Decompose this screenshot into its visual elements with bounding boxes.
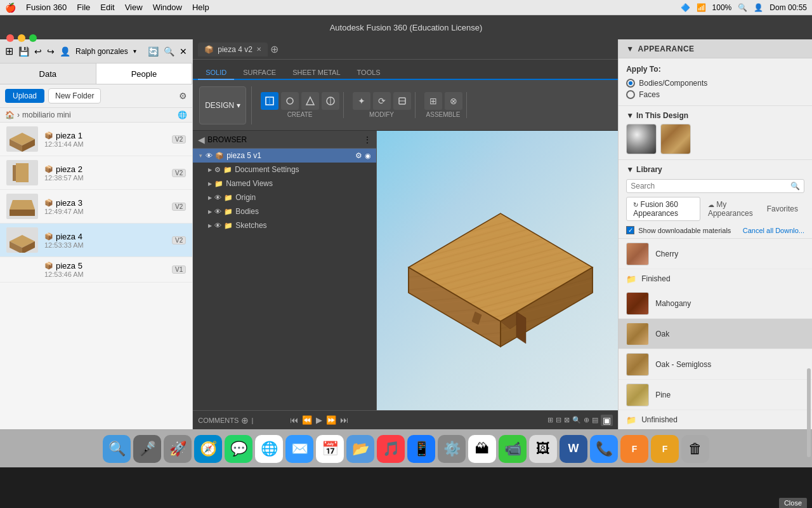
play-button[interactable]: ▶ <box>316 415 322 425</box>
dock-chrome[interactable]: 🌐 <box>255 435 283 463</box>
globe-icon[interactable]: 🌐 <box>178 110 187 119</box>
expand-icon[interactable]: ▶ <box>208 195 212 201</box>
dock-siri[interactable]: 🎤 <box>133 435 161 463</box>
expand-icon[interactable]: ▶ <box>208 181 212 187</box>
timeline-tool-3[interactable]: ⊠ <box>564 415 570 426</box>
settings-icon[interactable]: ⚙ <box>179 91 187 101</box>
expand-icon[interactable]: ▶ <box>208 209 212 215</box>
list-item[interactable]: 📦 pieza 1 12:31:44 AM V2 <box>0 123 192 156</box>
version-badge[interactable]: V2 <box>172 169 186 177</box>
browser-menu-icon[interactable]: ⋮ <box>363 135 371 144</box>
timeline-tool-5[interactable]: ⊕ <box>584 415 589 426</box>
dock-trash[interactable]: 🗑 <box>681 435 709 463</box>
new-tab-icon[interactable]: ⊕ <box>270 43 278 55</box>
browser-item-namedviews[interactable]: ▶ 📁 Named Views <box>193 177 376 190</box>
assemble-icon-1[interactable]: ⊞ <box>424 92 442 110</box>
design-dropdown[interactable]: DESIGN ▾ <box>199 86 246 124</box>
version-badge[interactable]: V2 <box>172 135 186 144</box>
lib-tab-favorites[interactable]: Favorites <box>761 202 804 216</box>
dock-appstore[interactable]: 📱 <box>407 435 435 463</box>
refresh-icon[interactable]: 🔄 <box>148 46 159 57</box>
browser-item-docsettings[interactable]: ▶ ⚙ 📁 Document Settings <box>193 163 376 177</box>
version-badge[interactable]: V2 <box>172 203 186 211</box>
dock-fusion2[interactable]: F <box>651 435 679 463</box>
library-collapse-icon[interactable]: ▼ <box>626 165 634 174</box>
dock-whatsapp[interactable]: 💬 <box>225 435 252 463</box>
new-folder-button[interactable]: New Folder <box>48 88 101 104</box>
create-icon-3[interactable] <box>301 92 319 110</box>
tab-people[interactable]: People <box>96 64 193 84</box>
dock-zoom[interactable]: 📞 <box>590 435 618 463</box>
browser-item-sketches[interactable]: ▶ 👁 📁 Sketches <box>193 218 376 232</box>
tab-data[interactable]: Data <box>0 64 96 84</box>
browser-item-origin[interactable]: ▶ 👁 📁 Origin <box>193 190 376 204</box>
modify-icon-2[interactable]: ⟳ <box>373 92 391 110</box>
radio-faces-circle[interactable] <box>626 90 635 99</box>
version-badge[interactable]: V2 <box>172 236 186 244</box>
eye-icon[interactable]: 👁 <box>206 152 213 159</box>
folder-row[interactable]: 📁 Finished <box>619 269 812 288</box>
play-end-button[interactable]: ⏭ <box>340 415 348 425</box>
collapse-icon[interactable]: ◀ <box>198 135 205 145</box>
tab-solid[interactable]: SOLID <box>198 66 234 80</box>
modify-icon-1[interactable]: ✦ <box>353 92 370 110</box>
dock-photos[interactable]: 🏔 <box>468 435 496 463</box>
play-forward-button[interactable]: ⏩ <box>326 415 336 425</box>
list-item[interactable]: 📦 pieza 4 12:53:33 AM V2 <box>0 224 192 257</box>
scrollbar-thumb[interactable] <box>807 368 811 429</box>
search-input[interactable] <box>631 182 788 190</box>
menu-edit[interactable]: Edit <box>100 3 114 12</box>
folder-row[interactable]: 📁 Unfinished <box>619 410 812 429</box>
radio-bodies[interactable]: Bodies/Components <box>626 79 804 88</box>
cancel-download-button[interactable]: Cancel all Downlo... <box>743 227 804 234</box>
timeline-tool-2[interactable]: ⊟ <box>556 415 561 426</box>
lib-tab-fusion[interactable]: ↻ Fusion 360 Appearances <box>626 197 700 221</box>
collapse-icon[interactable]: | <box>251 417 253 424</box>
create-icon-2[interactable] <box>281 92 299 110</box>
menu-help[interactable]: Help <box>192 3 209 12</box>
list-item[interactable]: 📦 pieza 2 12:38:57 AM V2 <box>0 156 192 190</box>
undo-icon[interactable]: ↩ <box>34 46 42 57</box>
menu-window[interactable]: Window <box>153 3 182 12</box>
collapse-icon[interactable]: ▼ <box>626 111 634 120</box>
tab-sheet-metal[interactable]: SHEET METAL <box>285 66 348 79</box>
breadcrumb-label[interactable]: mobiliario mini <box>22 110 71 119</box>
save-icon[interactable]: 💾 <box>18 46 29 57</box>
dock-fusion[interactable]: F <box>620 435 648 463</box>
menu-fusion360[interactable]: Fusion 360 <box>26 3 67 12</box>
dock-word[interactable]: W <box>560 435 587 463</box>
dock-finder[interactable]: 🔍 <box>103 435 131 463</box>
expand-icon[interactable]: ▼ <box>198 153 203 159</box>
redo-icon[interactable]: ↪ <box>47 46 55 57</box>
dock-files[interactable]: 📂 <box>346 435 374 463</box>
expand-icon[interactable]: ▶ <box>208 167 212 173</box>
show-downloadable-checkbox[interactable]: ✓ <box>626 226 634 234</box>
dock-safari[interactable]: 🧭 <box>194 435 222 463</box>
eye-icon[interactable]: 👁 <box>214 194 221 201</box>
play-back-button[interactable]: ⏪ <box>302 415 312 425</box>
list-item[interactable]: Oak <box>619 319 812 349</box>
close-icon[interactable]: ✕ <box>180 46 187 57</box>
eye-icon[interactable]: 👁 <box>214 208 221 215</box>
close-button[interactable] <box>6 34 14 42</box>
list-item[interactable]: 📦 pieza 5 12:53:46 AM V1 <box>0 257 192 283</box>
create-icon-1[interactable] <box>261 92 278 110</box>
version-badge[interactable]: V1 <box>172 265 186 274</box>
radio-faces[interactable]: Faces <box>626 90 804 99</box>
expand-icon[interactable]: ▶ <box>208 223 212 229</box>
search-icon[interactable]: 🔍 <box>790 182 800 190</box>
viewport[interactable] <box>377 131 618 410</box>
play-begin-button[interactable]: ⏮ <box>290 415 298 425</box>
bullet-icon[interactable]: ◉ <box>365 152 371 160</box>
home-icon[interactable]: 🏠 <box>5 110 15 119</box>
list-item[interactable]: Cherry <box>619 239 812 269</box>
upload-button[interactable]: Upload <box>5 89 44 103</box>
browser-item-pieza5[interactable]: ▼ 👁 📦 pieza 5 v1 ⚙ ◉ <box>193 149 376 163</box>
tab-close-icon[interactable]: ✕ <box>256 46 261 53</box>
eye-icon[interactable]: 👁 <box>214 222 221 229</box>
minimize-button[interactable] <box>18 34 25 42</box>
assemble-icon-2[interactable]: ⊗ <box>445 92 462 110</box>
tab-pieza4[interactable]: 📦 pieza 4 v2 ✕ <box>198 43 268 57</box>
menu-view[interactable]: View <box>125 3 143 12</box>
dock-mail[interactable]: ✉️ <box>285 435 313 463</box>
